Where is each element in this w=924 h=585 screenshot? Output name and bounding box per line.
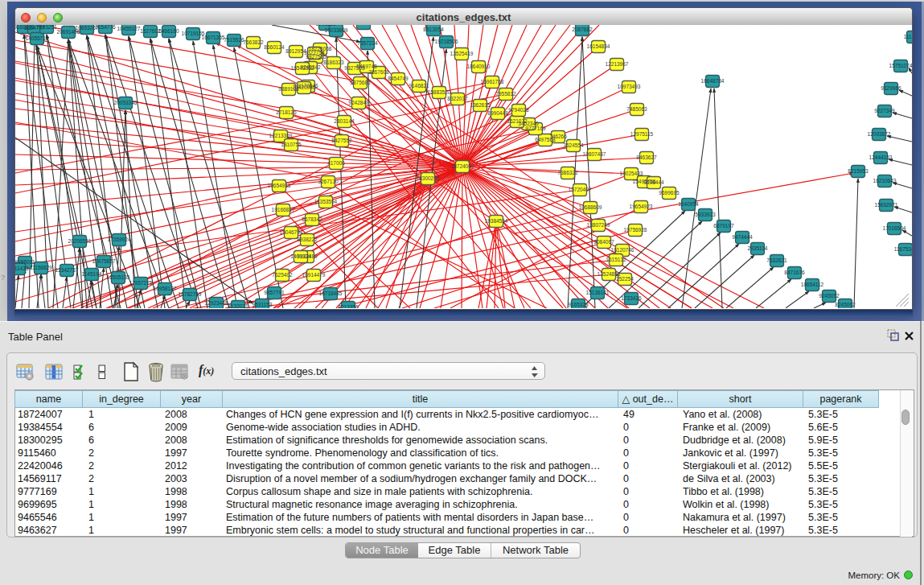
svg-text:8990448: 8990448 (487, 110, 508, 116)
svg-text:9155061: 9155061 (15, 259, 35, 265)
svg-text:13525419: 13525419 (450, 51, 474, 56)
svg-text:5469748: 5469748 (356, 64, 377, 69)
svg-text:12342737: 12342737 (55, 267, 79, 273)
svg-text:16914479: 16914479 (302, 272, 326, 278)
svg-text:7693251: 7693251 (36, 25, 57, 30)
svg-text:8938222: 8938222 (297, 237, 318, 242)
svg-text:1145194: 1145194 (82, 271, 102, 277)
svg-text:9698444: 9698444 (643, 179, 664, 185)
svg-text:8215953: 8215953 (848, 168, 869, 174)
svg-text:16671355: 16671355 (202, 35, 225, 40)
svg-text:9165328: 9165328 (568, 302, 589, 307)
svg-text:19384554: 19384554 (485, 218, 508, 224)
svg-text:6879197: 6879197 (713, 223, 734, 229)
svg-text:6466160: 6466160 (158, 28, 179, 34)
svg-text:1362615: 1362615 (470, 102, 491, 108)
svg-text:1409934: 1409934 (290, 253, 311, 259)
svg-text:6497568: 6497568 (535, 137, 556, 142)
svg-text:10975857: 10975857 (92, 258, 116, 264)
svg-text:18807249: 18807249 (587, 222, 610, 228)
svg-text:9857791: 9857791 (264, 290, 285, 295)
svg-text:7515526: 7515526 (224, 37, 244, 43)
svg-text:8471676: 8471676 (784, 270, 805, 275)
svg-text:7357224: 7357224 (357, 40, 378, 46)
svg-text:16961758: 16961758 (481, 79, 504, 84)
svg-text:3624554: 3624554 (563, 142, 584, 148)
svg-text:10807487: 10807487 (583, 151, 606, 157)
svg-text:10973493: 10973493 (618, 84, 641, 89)
svg-text:14055712: 14055712 (26, 35, 49, 41)
svg-text:252254: 252254 (616, 276, 634, 282)
svg-text:10688609: 10688609 (579, 204, 602, 210)
svg-text:19654913: 19654913 (268, 183, 291, 188)
svg-text:16046794: 16046794 (280, 229, 303, 235)
svg-text:2803144: 2803144 (334, 118, 355, 124)
svg-text:9889123: 9889123 (278, 86, 299, 92)
svg-text:9146821: 9146821 (409, 83, 429, 89)
svg-text:1621072: 1621072 (507, 118, 528, 124)
svg-text:10025433: 10025433 (620, 171, 643, 176)
svg-text:7955812: 7955812 (495, 91, 516, 97)
svg-text:10756928: 10756928 (624, 227, 647, 233)
svg-text:1903321: 1903321 (315, 25, 336, 27)
svg-text:3267130: 3267130 (318, 179, 339, 184)
svg-text:8322037: 8322037 (447, 96, 468, 101)
svg-text:16543362: 16543362 (291, 65, 314, 71)
svg-text:8660124: 8660124 (264, 44, 285, 50)
svg-text:9794028: 9794028 (508, 107, 529, 113)
svg-text:10033809: 10033809 (325, 27, 348, 33)
svg-text:5875685: 5875685 (350, 80, 371, 85)
svg-text:19654923: 19654923 (630, 204, 653, 209)
svg-text:9084067: 9084067 (593, 239, 614, 245)
svg-text:7632621: 7632621 (766, 257, 787, 263)
svg-text:10455327: 10455327 (117, 26, 141, 31)
svg-text:19218506: 19218506 (435, 39, 458, 44)
svg-text:12975115: 12975115 (630, 131, 654, 137)
svg-text:8132021: 8132021 (228, 303, 248, 308)
svg-text:20053346: 20053346 (114, 100, 138, 105)
svg-text:9227349: 9227349 (874, 108, 895, 113)
svg-text:9245052: 9245052 (819, 293, 840, 299)
svg-text:7485063: 7485063 (626, 106, 647, 112)
svg-text:417006: 417006 (327, 160, 345, 166)
svg-text:18724007: 18724007 (451, 163, 474, 169)
svg-text:9154776: 9154776 (95, 25, 116, 30)
svg-text:3911433: 3911433 (15, 266, 29, 271)
svg-text:1527602: 1527602 (140, 28, 161, 34)
svg-text:2718126: 2718126 (276, 109, 297, 115)
svg-text:8186323: 8186323 (323, 60, 344, 65)
svg-text:15751074: 15751074 (889, 63, 912, 68)
svg-text:16782759: 16782759 (179, 291, 202, 297)
svg-text:8213356: 8213356 (338, 304, 359, 308)
svg-text:8454749: 8454749 (388, 76, 409, 81)
svg-text:20206551: 20206551 (68, 238, 92, 244)
svg-text:10958137: 10958137 (154, 286, 177, 291)
svg-text:12213369: 12213369 (269, 133, 293, 138)
svg-text:15692971: 15692971 (875, 202, 898, 208)
svg-text:2087682: 2087682 (572, 27, 593, 32)
svg-text:12444153: 12444153 (869, 154, 893, 160)
svg-text:18640910: 18640910 (467, 64, 491, 69)
svg-text:8912954: 8912954 (285, 48, 306, 54)
svg-text:12093872: 12093872 (868, 131, 891, 137)
svg-text:15136141: 15136141 (586, 290, 610, 295)
svg-text:9242848: 9242848 (348, 100, 369, 105)
svg-text:1113202: 1113202 (904, 34, 912, 39)
svg-text:17957275: 17957275 (129, 280, 153, 286)
svg-text:9699695: 9699695 (659, 190, 680, 196)
svg-text:8245062: 8245062 (835, 302, 856, 307)
svg-text:12213967: 12213967 (606, 61, 629, 67)
svg-text:11156829: 11156829 (30, 265, 52, 270)
svg-text:7625402: 7625402 (272, 272, 293, 278)
svg-text:7663822: 7663822 (243, 39, 264, 45)
svg-text:9777169: 9777169 (525, 126, 546, 131)
svg-text:12923448: 12923448 (205, 300, 228, 306)
svg-text:8813054: 8813054 (423, 27, 444, 32)
svg-text:8678342: 8678342 (302, 216, 322, 222)
svg-text:18300295: 18300295 (417, 175, 440, 181)
svg-text:16120746: 16120746 (611, 247, 634, 253)
svg-text:9474444: 9474444 (732, 234, 753, 240)
svg-text:2867608: 2867608 (368, 69, 389, 75)
svg-text:9329966: 9329966 (881, 85, 901, 91)
svg-text:15883520: 15883520 (428, 89, 451, 95)
